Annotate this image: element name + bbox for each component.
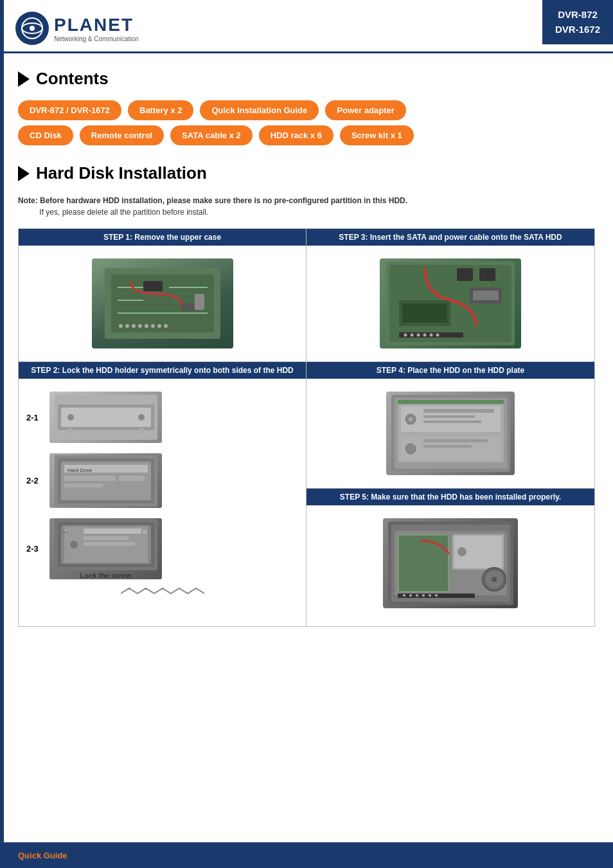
svg-rect-75 <box>398 400 504 404</box>
content-item-power: Power adapter <box>325 100 406 120</box>
svg-rect-53 <box>457 268 473 281</box>
svg-rect-42 <box>84 542 135 546</box>
logo-area: PLANET Networking & Communication <box>15 12 139 45</box>
svg-rect-70 <box>423 420 481 423</box>
svg-point-19 <box>164 324 168 328</box>
svg-rect-74 <box>423 445 472 448</box>
svg-rect-41 <box>84 536 129 540</box>
content-item-dvr: DVR-872 / DVR-1672 <box>18 100 121 120</box>
svg-point-57 <box>411 334 414 337</box>
svg-rect-52 <box>473 291 499 300</box>
step2-block: STEP 2: Lock the HDD holder symmetricall… <box>19 362 306 604</box>
lock-screw-label: Lock the screw <box>80 572 131 579</box>
svg-point-39 <box>70 541 78 548</box>
svg-point-59 <box>423 334 427 337</box>
svg-text:Hard Drive: Hard Drive <box>67 467 93 473</box>
step5-header: STEP 5: Make sure that the HDD has been … <box>306 489 594 505</box>
step2-header-text: STEP 2: Lock the HDD holder symmetricall… <box>31 366 294 375</box>
contents-section-title: Contents <box>18 69 595 89</box>
svg-point-14 <box>132 324 136 328</box>
footer: Quick Guide <box>0 842 613 868</box>
step4-content <box>306 379 594 488</box>
step2-sub3-image: Lock the screw <box>49 518 162 579</box>
step2-sub3-label: 2-3 <box>26 544 44 554</box>
step2-sub3-row: 2-3 <box>26 513 298 584</box>
svg-rect-68 <box>423 409 494 413</box>
svg-rect-11 <box>195 294 204 310</box>
content-item-hdd-rack: HDD rack x 6 <box>259 125 333 145</box>
svg-rect-50 <box>402 303 447 323</box>
svg-rect-22 <box>61 408 151 427</box>
step1-image <box>92 258 233 348</box>
svg-point-58 <box>417 334 420 337</box>
svg-point-26 <box>139 428 144 433</box>
step2-content: 2-1 <box>19 379 306 604</box>
triangle-icon-2 <box>18 166 30 181</box>
step2-sub2-image: Hard Drive <box>49 453 162 508</box>
svg-rect-54 <box>479 268 495 281</box>
step4-header: STEP 4: Place the HDD on the HDD plate <box>306 362 594 379</box>
main-content: Contents DVR-872 / DVR-1672 Battery x 2 … <box>0 53 613 627</box>
logo-text: PLANET Networking & Communication <box>54 15 139 42</box>
svg-point-83 <box>458 547 466 556</box>
steps-right-col: STEP 3: Insert the SATA and power cable … <box>306 229 594 626</box>
content-item-remote: Remote control <box>80 125 164 145</box>
step5-block: STEP 5: Make sure that the HDD has been … <box>306 489 594 626</box>
svg-point-13 <box>125 324 129 328</box>
svg-point-85 <box>403 594 405 597</box>
note-bold: Note: Before hardware HDD installation, … <box>18 196 407 205</box>
content-item-guide: Quick Installation Guide <box>200 100 319 120</box>
svg-point-16 <box>145 324 148 328</box>
svg-point-17 <box>151 324 155 328</box>
step5-image <box>383 518 518 608</box>
steps-left-col: STEP 1: Remove the upper case <box>19 229 306 626</box>
svg-point-24 <box>138 414 145 420</box>
zigzag-indicator <box>26 587 298 597</box>
step3-header: STEP 3: Insert the SATA and power cable … <box>306 229 594 246</box>
header: PLANET Networking & Communication <box>0 0 613 53</box>
content-item-battery: Battery x 2 <box>128 100 193 120</box>
step3-header-text: STEP 3: Insert the SATA and power cable … <box>339 233 562 242</box>
logo-icon <box>15 12 49 45</box>
svg-point-86 <box>409 594 412 597</box>
svg-point-89 <box>429 594 431 597</box>
contents-title-text: Contents <box>36 69 109 89</box>
step1-header: STEP 1: Remove the upper case <box>19 229 306 246</box>
svg-point-2 <box>30 26 35 31</box>
svg-point-93 <box>492 577 497 582</box>
svg-rect-32 <box>64 476 116 481</box>
triangle-icon <box>18 71 30 87</box>
logo-sub-text: Networking & Communication <box>54 35 139 42</box>
svg-point-18 <box>157 324 161 328</box>
step1-block: STEP 1: Remove the upper case <box>19 229 306 362</box>
svg-point-25 <box>68 428 73 433</box>
content-item-cd: CD Disk <box>18 125 73 145</box>
step2-sub2-row: 2-2 Hard Drive <box>26 448 298 513</box>
step4-image <box>386 392 515 475</box>
step4-block: STEP 4: Place the HDD on the HDD plate <box>306 362 594 489</box>
contents-row-2: CD Disk Remote control SATA cable x 2 HD… <box>18 125 595 145</box>
svg-point-23 <box>67 414 74 420</box>
svg-rect-9 <box>143 281 163 291</box>
model-line1: DVR-872 <box>555 8 600 23</box>
note-normal: If yes, please delete all the partition … <box>39 208 208 217</box>
footer-text: Quick Guide <box>18 851 67 860</box>
svg-rect-10 <box>182 303 195 311</box>
svg-point-12 <box>119 324 123 328</box>
svg-point-67 <box>409 417 413 421</box>
logo-planet-text: PLANET <box>54 15 139 35</box>
step5-content <box>306 505 594 626</box>
svg-point-90 <box>435 594 438 597</box>
svg-point-88 <box>422 594 425 597</box>
step2-sub2-label: 2-2 <box>26 476 44 485</box>
svg-point-60 <box>430 334 433 337</box>
contents-grid: DVR-872 / DVR-1672 Battery x 2 Quick Ins… <box>18 100 595 145</box>
step2-sub1-image <box>49 392 162 443</box>
step3-block: STEP 3: Insert the SATA and power cable … <box>306 229 594 362</box>
model-line2: DVR-1672 <box>555 23 600 37</box>
step3-content <box>306 246 594 361</box>
installation-note: Note: Before hardware HDD installation, … <box>18 195 595 218</box>
svg-point-44 <box>141 529 148 535</box>
svg-point-72 <box>405 444 416 454</box>
hdd-section-title: Hard Disk Installation <box>18 163 595 183</box>
